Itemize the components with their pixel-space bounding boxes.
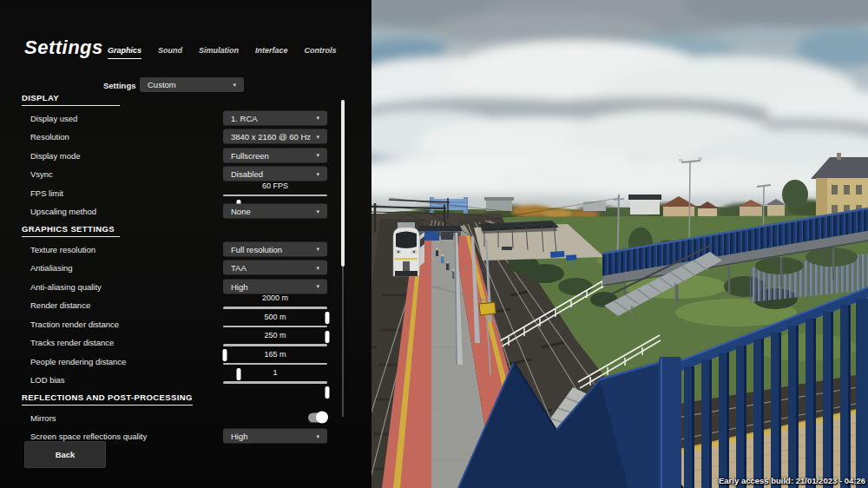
setting-label: Screen space reflections quality [30, 432, 147, 441]
dropdown-antialiasing[interactable]: TAA▾ [223, 260, 327, 275]
setting-label: Anti-aliasing quality [30, 281, 102, 291]
dropdown-resolution[interactable]: 3840 x 2160 @ 60 Hz▾ [223, 129, 327, 144]
tab-simulation[interactable]: Simulation [199, 46, 239, 59]
settings-row-display-mode: Display modeFullscreen▾ [0, 146, 340, 165]
dropdown-value: TAA [231, 263, 247, 273]
settings-row-display-used: Display used1. RCA▾ [0, 109, 340, 128]
caret-down-icon: ▾ [316, 152, 319, 159]
setting-control: High▾ [223, 279, 327, 293]
setting-control: 2000 m [223, 296, 327, 313]
setting-label: LOD bias [30, 375, 65, 385]
slider-value: 250 m [223, 331, 327, 340]
caret-down-icon: ▾ [316, 264, 319, 271]
setting-label: Render distance [30, 300, 90, 310]
setting-label: Antialiasing [30, 263, 73, 273]
toggle-mirrors[interactable] [308, 412, 327, 422]
slider-lod-bias: 1 [223, 371, 327, 388]
setting-control: 250 m [223, 333, 327, 351]
slider-track[interactable] [223, 307, 327, 309]
dropdown-value: None [231, 207, 251, 216]
caret-down-icon: ▾ [316, 432, 319, 439]
dropdown-value: 1. RCA [231, 113, 258, 122]
dropdown-screen-space-reflections-quality[interactable]: High▾ [223, 429, 327, 444]
section-title: GRAPHICS SETTINGS [22, 225, 120, 237]
game-scene [372, 0, 868, 488]
dropdown-value: 3840 x 2160 @ 60 Hz [231, 132, 311, 142]
section-title: DISPLAY [22, 94, 120, 106]
dropdown-value: High [231, 432, 248, 441]
settings-row-antialiasing: AntialiasingTAA▾ [0, 259, 340, 278]
slider-handle[interactable] [326, 386, 330, 399]
setting-label: Resolution [30, 132, 69, 142]
dropdown-texture-resolution[interactable]: Full resolution▾ [223, 241, 327, 256]
slider-track[interactable] [223, 381, 327, 384]
settings-row-lod-bias: LOD bias1 [0, 371, 340, 390]
toggle-knob [316, 412, 328, 424]
setting-control: Disabled▾ [223, 167, 327, 181]
dropdown-value: Fullscreen [231, 150, 269, 160]
setting-label: Texture resolution [30, 244, 95, 254]
setting-label: People rendering distance [30, 356, 126, 366]
preset-dropdown-value: Custom [148, 80, 176, 89]
scrollbar-thumb[interactable] [341, 100, 345, 267]
dropdown-display-used[interactable]: 1. RCA▾ [223, 110, 327, 125]
slider-people-rendering-distance: 165 m [223, 353, 327, 370]
slider-render-distance: 2000 m [223, 296, 327, 313]
section-title: REFLECTIONS AND POST-PROCESSING [22, 393, 193, 406]
page-title: Settings [24, 36, 103, 59]
build-version-text: Early access build: 21/01/2023 - 04:26 [719, 476, 865, 485]
tab-graphics[interactable]: Graphics [108, 46, 141, 59]
settings-tabs: GraphicsSoundSimulationInterfaceControls [108, 46, 337, 59]
dropdown-value: Full resolution [231, 244, 282, 254]
section-header: REFLECTIONS AND POST-PROCESSING [22, 392, 340, 406]
slider-track[interactable] [223, 344, 327, 346]
slider-value: 500 m [223, 313, 327, 321]
tab-sound[interactable]: Sound [158, 46, 182, 59]
setting-control: None▾ [223, 204, 327, 219]
tab-interface[interactable]: Interface [255, 46, 288, 59]
slider-track[interactable] [223, 326, 327, 328]
dropdown-anti-aliasing-quality[interactable]: High▾ [223, 279, 327, 293]
dropdown-upscaling-method[interactable]: None▾ [223, 204, 327, 219]
dropdown-value: High [231, 281, 248, 291]
setting-control: Full resolution▾ [223, 241, 327, 256]
setting-control: Fullscreen▾ [223, 148, 327, 162]
setting-label: Vsync [30, 169, 53, 179]
setting-control: 60 FPS [223, 184, 327, 201]
setting-label: Tracks render distance [30, 338, 114, 347]
setting-control: 3840 x 2160 @ 60 Hz▾ [223, 129, 327, 144]
caret-down-icon: ▾ [316, 208, 319, 214]
slider-track[interactable] [223, 363, 327, 366]
settings-row-fps-limit: FPS limit60 FPS [0, 183, 340, 202]
section-header: GRAPHICS SETTINGS [22, 223, 340, 237]
setting-control: High▾ [223, 429, 327, 444]
slider-value: 1 [223, 368, 327, 377]
settings-list: DISPLAYDisplay used1. RCA▾Resolution3840… [0, 89, 340, 445]
setting-label: Display used [30, 113, 77, 122]
setting-label: FPS limit [30, 188, 63, 197]
back-button[interactable]: Back [24, 441, 106, 468]
setting-control: 500 m [223, 315, 327, 333]
dropdown-vsync[interactable]: Disabled▾ [223, 167, 327, 181]
caret-down-icon: ▾ [233, 82, 236, 89]
slider-value: 60 FPS [223, 181, 327, 190]
setting-control: 1 [223, 371, 327, 388]
settings-row-texture-resolution: Texture resolutionFull resolution▾ [0, 240, 340, 259]
tab-controls[interactable]: Controls [305, 46, 337, 59]
dropdown-display-mode[interactable]: Fullscreen▾ [223, 148, 327, 162]
slider-value: 2000 m [223, 293, 327, 302]
settings-row-upscaling-method: Upscaling methodNone▾ [0, 202, 340, 221]
setting-label: Upscaling method [30, 207, 96, 216]
setting-label: Traction render distance [30, 319, 119, 328]
setting-label: Mirrors [30, 412, 56, 422]
section-header: DISPLAY [22, 92, 340, 106]
caret-down-icon: ▾ [316, 115, 319, 122]
slider-fps-limit: 60 FPS [223, 184, 327, 201]
caret-down-icon: ▾ [316, 246, 319, 253]
setting-control: 1. RCA▾ [223, 110, 327, 125]
setting-control [223, 412, 327, 422]
slider-track[interactable] [223, 195, 327, 197]
dropdown-value: Disabled [231, 169, 263, 179]
slider-traction-render-distance: 500 m [223, 315, 327, 333]
slider-tracks-render-distance: 250 m [223, 333, 327, 351]
